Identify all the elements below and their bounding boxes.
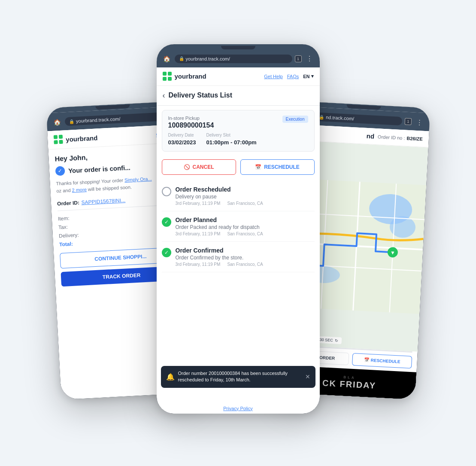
status-loc-rescheduled: San Francisco, CA [227, 201, 263, 206]
delivery-slot-value: 01:00pm - 07:00pm [206, 139, 257, 146]
tab-badge[interactable]: 1 [295, 55, 302, 62]
refresh-icon[interactable]: ↻ [334, 338, 338, 342]
brand-logo: yourbrand [53, 133, 97, 144]
order-id-value-right: B26IZE [406, 135, 423, 141]
home-icon[interactable]: 🏠 [52, 116, 62, 127]
status-loc-confirmed: San Francisco, CA [227, 262, 263, 267]
toast-close-button[interactable]: ✕ [305, 373, 310, 380]
privacy-policy-link[interactable]: Privacy Policy [157, 403, 320, 414]
status-icon-confirmed: ✓ [162, 248, 171, 257]
right-menu-dots-icon[interactable]: ⋮ [414, 118, 424, 126]
status-icon-rescheduled [162, 187, 171, 196]
center-lock-icon: 🔒 [179, 56, 184, 61]
lang-text: EN [303, 74, 309, 79]
status-title-confirmed: Order Confirmed [176, 247, 263, 254]
right-calendar-icon: 📅 [364, 357, 369, 362]
reschedule-button[interactable]: 📅 RESCHEDULE [240, 159, 315, 175]
cancel-button[interactable]: 🚫 CANCEL [162, 159, 236, 175]
svg-text:▼: ▼ [390, 250, 395, 256]
status-desc-rescheduled: Delivery on pause [176, 194, 263, 200]
url-display: yourbrand.track.com/ [76, 116, 120, 123]
menu-dots-icon[interactable]: ⋮ [304, 55, 315, 63]
delivery-label: Delivery: [58, 232, 79, 239]
center-brand-logo: yourbrand [163, 72, 206, 81]
center-faqs-link[interactable]: FAQs [287, 74, 299, 79]
center-home-icon[interactable]: 🏠 [162, 54, 172, 64]
right-tab-badge[interactable]: 1 [404, 118, 412, 125]
status-icon-planned: ✓ [162, 217, 171, 227]
lock-icon: 🔒 [69, 119, 74, 124]
confirmed-icon: ✓ [55, 166, 65, 176]
status-loc-planned: San Francisco, CA [227, 231, 263, 236]
order-id-label: Order ID: [57, 199, 79, 207]
order-id-label-right: Order ID no : [377, 134, 405, 140]
status-title-planned: Order Planned [176, 216, 263, 223]
bell-icon: 🔔 [166, 373, 175, 381]
delivery-date-label: Delivery Date [168, 133, 196, 137]
center-phone: 🏠 🔒 yourbrand.track.com/ 1 ⋮ [157, 44, 320, 414]
delivery-card: In-store Pickup 100890000154 Execution D… [162, 110, 315, 152]
status-desc-confirmed: Order Confirmed by the store. [176, 255, 263, 261]
back-arrow-icon[interactable]: ‹ [163, 91, 165, 100]
right-brand-name: nd [366, 132, 374, 140]
status-desc-planned: Order Packed and ready for dispatch [176, 224, 263, 230]
right-url-display: nd.track.com/ [325, 114, 354, 121]
status-time-confirmed: 3rd February, 11:19 PM [176, 262, 221, 267]
center-get-help-link[interactable]: Get Help [264, 74, 282, 79]
status-title-rescheduled: Order Rescheduled [176, 186, 263, 193]
center-url-display: yourbrand.track.com/ [186, 56, 230, 61]
status-item-rescheduled: Order Rescheduled Delivery on pause 3rd … [162, 181, 315, 211]
right-reschedule-button[interactable]: 📅 RESCHEDULE [352, 353, 412, 368]
delivery-status-title: Delivery Status List [169, 91, 233, 99]
brand-name: yourbrand [65, 134, 97, 143]
last-update-time: 30 SEC [319, 337, 333, 342]
lang-selector[interactable]: EN ▾ [303, 73, 313, 79]
toast-message: Order number 200100000384 has been succe… [178, 370, 302, 384]
toast-notification: 🔔 Order number 200100000384 has been suc… [161, 366, 315, 388]
confirmed-text: Your order is confi... [68, 164, 130, 174]
status-item-confirmed: ✓ Order Confirmed Order Confirmed by the… [162, 242, 315, 272]
status-item-planned: ✓ Order Planned Order Packed and ready f… [162, 211, 315, 242]
center-brand-name: yourbrand [175, 73, 206, 80]
execution-badge: Execution [282, 116, 308, 123]
total-label: Total: [59, 241, 73, 247]
item-label: Item: [58, 215, 69, 222]
chevron-down-icon: ▾ [311, 73, 314, 79]
delivery-date-value: 03/02/2023 [168, 139, 196, 146]
tax-label: Tax: [58, 224, 68, 230]
status-time-rescheduled: 3rd February, 11:19 PM [176, 201, 221, 206]
order-number: 100890000154 [168, 122, 214, 129]
order-id-value[interactable]: SAPPID15678INI... [81, 197, 125, 205]
cancel-icon: 🚫 [184, 164, 190, 170]
status-time-planned: 3rd February, 11:19 PM [176, 231, 221, 236]
delivery-slot-label: Delivery Slot [206, 133, 257, 137]
pickup-label: In-store Pickup [168, 116, 214, 121]
calendar-icon: 📅 [255, 164, 261, 170]
